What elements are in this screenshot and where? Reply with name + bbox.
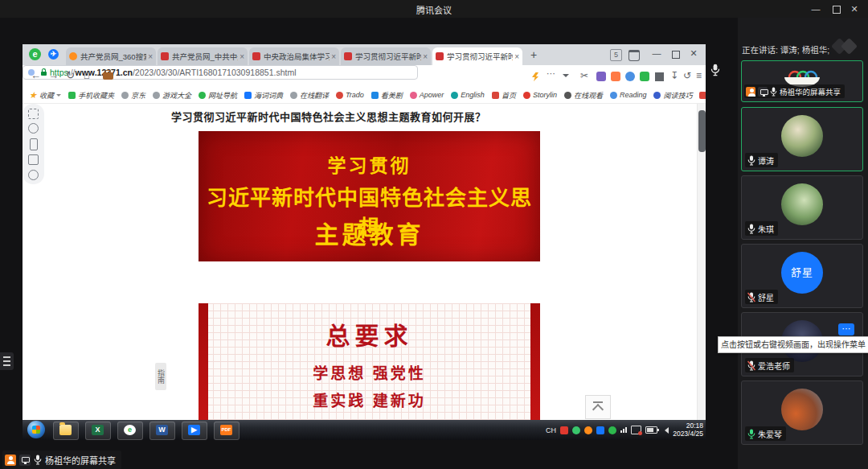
taskbar-360-browser[interactable]: e bbox=[117, 422, 143, 440]
menu-icon[interactable]: ≡ bbox=[696, 70, 702, 81]
back-to-top-button[interactable] bbox=[585, 395, 611, 419]
bookmark-favorites[interactable]: ★收藏 bbox=[29, 90, 61, 101]
browser-minimize-button[interactable]: — bbox=[649, 47, 664, 59]
network-icon[interactable] bbox=[631, 426, 641, 434]
battery-icon[interactable] bbox=[645, 426, 657, 434]
more-dots-icon[interactable]: ⋯ bbox=[547, 68, 555, 79]
tray-wechat-icon[interactable] bbox=[572, 426, 580, 434]
bookmark-item[interactable]: 看美剧 bbox=[371, 90, 403, 101]
bottom-share-label: 杨祖华的屏幕共享 bbox=[45, 454, 116, 467]
tile-screen-share[interactable]: 杨祖华的屏幕共享 bbox=[741, 60, 863, 102]
forward-button[interactable]: → bbox=[48, 69, 59, 81]
share-tile-label: 杨祖华的屏幕共享 bbox=[744, 84, 845, 98]
start-button[interactable] bbox=[27, 421, 45, 438]
caret-down-icon bbox=[56, 94, 61, 99]
scissors-icon[interactable]: ✂ bbox=[580, 70, 588, 81]
window-minimize-button[interactable]: — bbox=[809, 3, 823, 14]
scrollbar-track[interactable] bbox=[697, 104, 706, 420]
taskbar-clock[interactable]: 20:18 2023/4/25 bbox=[673, 422, 703, 438]
tile-participant-zhuaiqin[interactable]: 朱爱琴 bbox=[741, 381, 863, 445]
taskbar-explorer[interactable] bbox=[53, 422, 79, 440]
bookmark-item[interactable]: 在线观看 bbox=[564, 90, 603, 101]
tray-safe-icon[interactable] bbox=[608, 426, 616, 434]
bookmark-item[interactable]: Storylin bbox=[523, 91, 557, 99]
tab-close-icon[interactable]: × bbox=[331, 52, 336, 61]
apps-grid-icon[interactable] bbox=[655, 72, 664, 81]
bookmark-item[interactable]: 网址导航 bbox=[199, 90, 237, 101]
signal-icon[interactable] bbox=[620, 427, 627, 433]
taskbar-word[interactable]: W bbox=[149, 422, 175, 440]
bookmark-item[interactable]: Reading bbox=[610, 91, 647, 99]
tray-s-icon[interactable] bbox=[560, 426, 568, 434]
back-button[interactable]: ← bbox=[31, 69, 41, 81]
system-tray: CH bbox=[546, 420, 669, 440]
browser-tab-1[interactable]: 共产党员网_360搜索 × bbox=[66, 47, 156, 65]
folder-icon bbox=[59, 425, 72, 435]
tab-close-icon[interactable]: × bbox=[148, 52, 153, 61]
bookmark-item[interactable]: 海词词典 bbox=[244, 90, 283, 101]
window-maximize-button[interactable] bbox=[833, 6, 841, 14]
tile-participant-tantao[interactable]: 谭涛 bbox=[741, 107, 863, 171]
briefcase-icon[interactable] bbox=[103, 72, 113, 80]
chevron-down-icon[interactable] bbox=[563, 74, 569, 80]
expand-icon[interactable] bbox=[28, 109, 39, 119]
app-title: 腾讯会议 bbox=[0, 3, 868, 16]
tile-participant-shuxing[interactable]: 舒星 舒星 bbox=[741, 244, 863, 308]
search-ext-icon[interactable] bbox=[625, 72, 635, 81]
bookmark-item[interactable]: English bbox=[451, 91, 485, 99]
page-side-tab[interactable]: 指南 bbox=[155, 363, 166, 390]
browser-tab-2[interactable]: 共产党员网_中共中央组织 × bbox=[158, 47, 248, 65]
bookmark-item[interactable]: 阅读技巧 bbox=[653, 90, 692, 101]
window-close-button[interactable]: ✕ bbox=[847, 3, 862, 14]
tab-close-icon[interactable]: × bbox=[514, 52, 519, 61]
taskbar-meeting[interactable]: ▶ bbox=[182, 422, 207, 440]
tab-close-icon[interactable]: × bbox=[240, 52, 244, 61]
bookmark-item[interactable]: 首页 bbox=[492, 90, 516, 101]
bookmark-item[interactable]: Trado bbox=[336, 91, 364, 99]
volume-icon[interactable] bbox=[661, 427, 669, 434]
mobile-icon[interactable] bbox=[30, 138, 38, 150]
new-tab-button[interactable]: + bbox=[530, 48, 537, 61]
undo-icon[interactable]: ↺ bbox=[683, 70, 691, 81]
download-icon[interactable]: ↧ bbox=[670, 70, 678, 81]
bookmark-item[interactable]: Apower bbox=[410, 91, 444, 99]
address-bar[interactable]: https://www.12371.cn/2023/03/30/ARTI1680… bbox=[23, 65, 418, 80]
reload-button[interactable]: ↻ bbox=[66, 69, 75, 81]
browser-nav-logo-icon[interactable]: ✈ bbox=[48, 49, 59, 60]
gear-icon[interactable] bbox=[28, 123, 39, 134]
lightning-icon[interactable] bbox=[532, 72, 538, 81]
bookmark-item[interactable]: 干货|英 bbox=[699, 90, 706, 101]
taskbar-pdf[interactable]: PDF bbox=[214, 422, 240, 440]
home-button[interactable]: ⌂ bbox=[84, 69, 90, 81]
browser-tab-5-active[interactable]: 学习贯彻习近平新时代中 × bbox=[432, 47, 522, 65]
scrollbar-thumb[interactable] bbox=[698, 110, 706, 152]
slide-banner: 学习贯彻 习近平新时代中国特色社会主义思想 主题教育 bbox=[199, 131, 540, 261]
avatar: 舒星 bbox=[781, 252, 823, 294]
tile-participant-zhuqi[interactable]: 朱琪 bbox=[741, 175, 863, 240]
mic-icon bbox=[34, 455, 42, 465]
secure-lock-icon bbox=[41, 72, 47, 76]
browser-tab-3[interactable]: 中央政治局集体学习 习近 × bbox=[249, 47, 339, 65]
browser-maximize-button[interactable] bbox=[672, 51, 680, 59]
green-ext-icon[interactable] bbox=[640, 72, 649, 81]
record-icon[interactable] bbox=[28, 170, 39, 180]
bookmark-item[interactable]: 手机收藏夹 bbox=[68, 90, 114, 101]
browser-tab-4[interactable]: 学习贯彻习近平新时代中 × bbox=[341, 47, 431, 65]
tray-flame-icon[interactable] bbox=[584, 426, 592, 434]
tab-close-icon[interactable]: × bbox=[423, 52, 428, 61]
bookmark-item[interactable]: 在线翻译 bbox=[290, 90, 329, 101]
bookmark-item[interactable]: 京东 bbox=[121, 90, 145, 101]
taskbar-excel[interactable]: X bbox=[85, 422, 111, 440]
clipboard-ext-icon[interactable] bbox=[596, 72, 606, 81]
bookmark-item[interactable]: 游戏大全 bbox=[153, 90, 191, 101]
tray-meeting-icon[interactable] bbox=[596, 426, 604, 434]
member-list-toggle[interactable] bbox=[0, 352, 14, 370]
browser-close-button[interactable]: ✕ bbox=[686, 47, 701, 59]
save-icon[interactable] bbox=[28, 154, 39, 165]
game-ext-icon[interactable] bbox=[611, 72, 620, 81]
browser-360-logo-icon[interactable]: e bbox=[29, 48, 41, 60]
shopping-bag-icon[interactable] bbox=[628, 50, 640, 61]
tile-more-button[interactable]: ⋯ bbox=[838, 323, 854, 335]
extension-badge[interactable]: 5 bbox=[610, 49, 622, 61]
ime-indicator[interactable]: CH bbox=[546, 426, 556, 434]
